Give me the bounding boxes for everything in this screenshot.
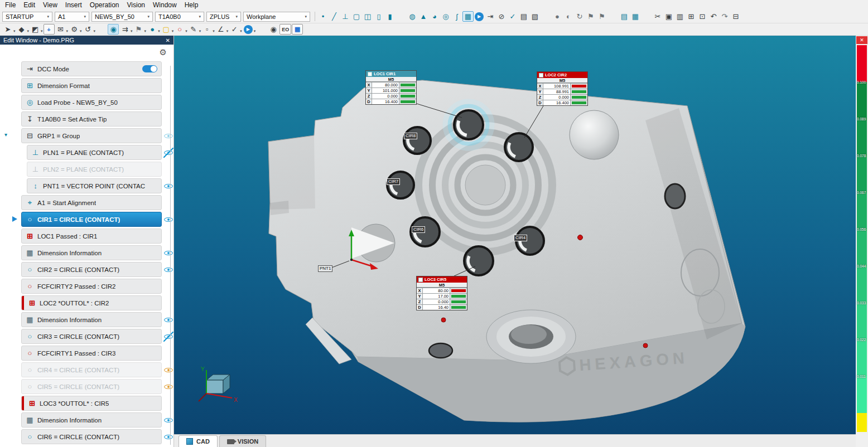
visibility-eye-icon[interactable] bbox=[163, 215, 173, 225]
close-icon[interactable]: ✕ bbox=[166, 37, 170, 43]
point-icon[interactable]: • bbox=[317, 11, 329, 22]
visibility-eye-icon[interactable] bbox=[163, 432, 173, 442]
select-pointer-icon[interactable]: ➤ bbox=[2, 24, 13, 35]
command-button[interactable]: ◎ Load Probe - NEW5_BY_50 bbox=[21, 95, 162, 110]
bookmark-icon[interactable]: ⚑ bbox=[585, 11, 596, 22]
toolbar-separator[interactable] bbox=[96, 24, 107, 35]
tree-row[interactable]: ▦ Dimension Information bbox=[0, 245, 173, 260]
chevron-down-icon[interactable]: ▾ bbox=[27, 29, 30, 33]
tree-row[interactable]: ▾ ⊟ GRP1 = Group bbox=[0, 128, 173, 143]
command-button[interactable]: ⊟ GRP1 = Group bbox=[21, 128, 162, 143]
command-button[interactable]: ○ CIR5 = CIRCLE (CONTACT) bbox=[21, 379, 162, 394]
report-text-icon[interactable]: ▤ bbox=[619, 11, 630, 22]
chevron-down-icon[interactable]: ▾ bbox=[226, 29, 229, 33]
sphere-clip-icon[interactable]: ◐ bbox=[563, 11, 574, 22]
command-button[interactable]: ○ FCFCIRTY2 Passed : CIR2 bbox=[21, 279, 162, 294]
grid-view-button[interactable]: ▦ bbox=[292, 24, 303, 35]
hole-cir5[interactable] bbox=[464, 246, 493, 275]
probe-cube-icon[interactable]: ◩ bbox=[30, 24, 41, 35]
visibility-eye-icon[interactable] bbox=[163, 332, 173, 342]
menu-vision[interactable]: Vision bbox=[123, 1, 149, 9]
workplane-combo[interactable]: Workplane▾ bbox=[243, 12, 310, 22]
expander-icon[interactable]: ▾ bbox=[4, 132, 12, 138]
command-button[interactable]: ▦ Dimension Information bbox=[21, 245, 162, 260]
chevron-down-icon[interactable]: ▾ bbox=[254, 29, 256, 33]
visibility-eye-icon[interactable] bbox=[163, 315, 173, 325]
command-button[interactable]: ⊥ PLN1 = PLANE (CONTACT) bbox=[27, 145, 162, 160]
line-icon[interactable]: ╱ bbox=[329, 11, 340, 22]
undo-icon[interactable]: ↶ bbox=[708, 11, 719, 22]
done-check-icon[interactable]: ✓ bbox=[507, 11, 518, 22]
square-slot-icon[interactable]: ◫ bbox=[362, 11, 373, 22]
tree-row[interactable]: ⊞ LOC2 *OUTTOL* : CIR2 bbox=[0, 295, 173, 310]
quick-feature-icon[interactable]: ▦ bbox=[462, 11, 474, 22]
hole-cir2[interactable] bbox=[505, 133, 533, 161]
command-button[interactable]: ⊥ PLN2 = PLANE (CONTACT) bbox=[27, 162, 162, 177]
close-scale-button[interactable]: ✕ bbox=[856, 36, 867, 44]
command-button[interactable]: ⇥ DCC Mode bbox=[21, 61, 162, 76]
dcc-mode-toggle[interactable] bbox=[142, 65, 157, 72]
command-button[interactable]: ○ FCFCIRTY1 Passed : CIR3 bbox=[21, 346, 162, 361]
visibility-eye-icon[interactable] bbox=[163, 181, 173, 191]
command-button[interactable]: ⊞ Dimension Format bbox=[21, 78, 162, 93]
report-edit-icon[interactable]: ▤ bbox=[518, 11, 529, 22]
visibility-eye-icon[interactable] bbox=[163, 148, 173, 158]
filled-rect-icon[interactable]: ▮ bbox=[384, 11, 396, 22]
command-button[interactable]: ○ CIR2 = CIRCLE (CONTACT) bbox=[21, 262, 162, 277]
toolbar-separator[interactable] bbox=[641, 11, 652, 22]
chevron-down-icon[interactable]: ▾ bbox=[144, 29, 147, 33]
visibility-eye-icon[interactable] bbox=[163, 382, 173, 392]
toolbar-separator[interactable] bbox=[396, 11, 407, 22]
visibility-eye-icon[interactable] bbox=[163, 265, 173, 275]
bookmark-alt-icon[interactable]: ⚑ bbox=[596, 11, 607, 22]
graphics-viewport[interactable]: Y X HEXAGON CIR8 CIR7 CI bbox=[174, 36, 856, 434]
program-combo[interactable]: STARTUP▾ bbox=[2, 12, 52, 22]
view-cube[interactable]: Y X bbox=[199, 366, 238, 403]
tree-row[interactable]: ○ CIR4 = CIRCLE (CONTACT) bbox=[0, 362, 173, 377]
chevron-down-icon[interactable]: ▾ bbox=[131, 29, 133, 33]
notch-icon[interactable]: ▯ bbox=[373, 11, 384, 22]
tree-row[interactable]: ○ FCFCIRTY2 Passed : CIR2 bbox=[0, 279, 173, 294]
tree-row[interactable]: ↧ T1A0B0 = Set Active Tip bbox=[0, 111, 173, 127]
tree-row[interactable]: ↕ PNT1 = VECTOR POINT (CONTAC bbox=[0, 178, 173, 193]
comment-icon[interactable]: ✉ bbox=[55, 24, 66, 35]
menu-insert[interactable]: Insert bbox=[61, 1, 86, 9]
chevron-down-icon[interactable]: ▾ bbox=[158, 29, 160, 33]
chevron-down-icon[interactable]: ▾ bbox=[213, 29, 215, 33]
tree-row[interactable]: ⊥ PLN2 = PLANE (CONTACT) bbox=[0, 162, 173, 177]
curve-scan-icon[interactable]: ʃ bbox=[451, 11, 462, 22]
zoom-crosshair-icon[interactable]: + bbox=[44, 24, 55, 35]
toolbar-separator[interactable] bbox=[256, 24, 267, 35]
command-button[interactable]: ○ CIR1 = CIRCLE (CONTACT) bbox=[21, 212, 162, 227]
tree-row[interactable]: ○ CIR5 = CIRCLE (CONTACT) bbox=[0, 379, 173, 394]
execute-program-icon[interactable]: ▶ bbox=[475, 12, 484, 21]
confirm-check-icon[interactable]: ✓ bbox=[229, 24, 240, 35]
clear-guess-icon[interactable]: ⊘ bbox=[496, 11, 507, 22]
pencil-point-icon[interactable]: ✎ bbox=[188, 24, 199, 35]
report-delete-icon[interactable]: ▧ bbox=[529, 11, 541, 22]
command-button[interactable]: ○ CIR3 = CIRCLE (CONTACT) bbox=[21, 329, 162, 344]
tree-row[interactable]: ⊥ PLN1 = PLANE (CONTACT) bbox=[0, 145, 173, 160]
visibility-eye-icon[interactable] bbox=[163, 131, 173, 141]
rotate-ccw-icon[interactable]: ↺ bbox=[83, 24, 94, 35]
command-button[interactable]: ↧ T1A0B0 = Set Active Tip bbox=[21, 111, 162, 127]
chevron-down-icon[interactable]: ▾ bbox=[94, 29, 96, 33]
tree-row[interactable]: ⊞ LOC1 Passed : CIR1 bbox=[0, 229, 173, 244]
tip-combo[interactable]: T1A0B0▾ bbox=[155, 12, 204, 22]
cone-icon[interactable]: ▲ bbox=[418, 11, 429, 22]
visibility-eye-icon[interactable] bbox=[163, 415, 173, 425]
menu-help[interactable]: Help bbox=[181, 1, 202, 9]
chevron-down-icon[interactable]: ▾ bbox=[80, 29, 82, 33]
tree-row[interactable]: ◎ Load Probe - NEW5_BY_50 bbox=[0, 95, 173, 110]
menu-edit[interactable]: Edit bbox=[20, 1, 39, 9]
tab-cad[interactable]: CAD bbox=[179, 435, 218, 447]
tree-row[interactable]: ○ FCFCIRTY1 Passed : CIR3 bbox=[0, 346, 173, 361]
paste-icon[interactable]: ▥ bbox=[674, 11, 686, 22]
command-button[interactable]: ○ CIR4 = CIRCLE (CONTACT) bbox=[21, 362, 162, 377]
chevron-down-icon[interactable]: ▾ bbox=[172, 29, 174, 33]
execute-feature-icon[interactable]: ▶ bbox=[244, 25, 253, 34]
command-button[interactable]: ⊞ LOC3 *OUTTOL* : CIR5 bbox=[21, 396, 162, 411]
print-icon[interactable]: ⊟ bbox=[730, 11, 741, 22]
tree-row[interactable]: ▦ Dimension Information bbox=[0, 412, 173, 427]
hole-cir8[interactable] bbox=[404, 127, 431, 154]
